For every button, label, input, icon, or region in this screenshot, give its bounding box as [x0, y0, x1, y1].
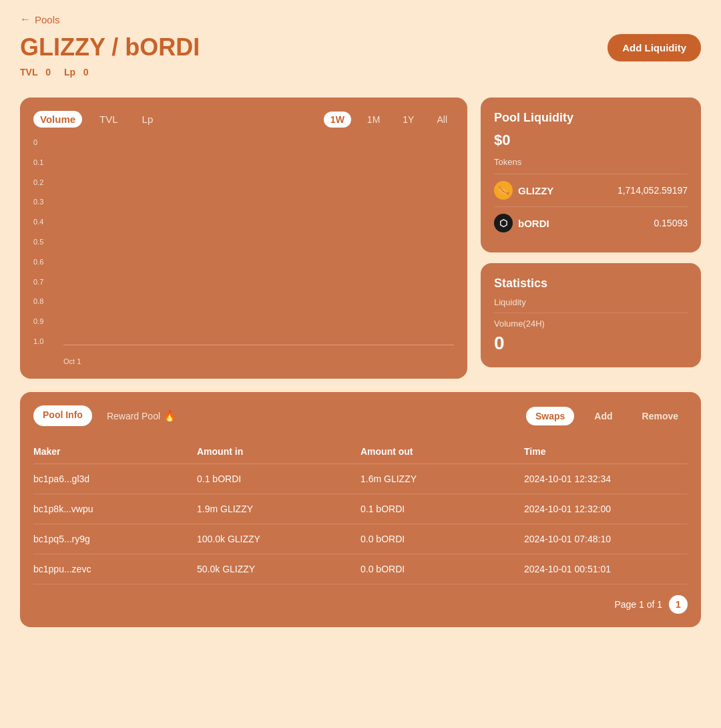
- row2-time: 2024-10-01 12:32:00: [524, 504, 688, 514]
- y-label-04: 0.4: [33, 218, 60, 226]
- bordi-name: bORDI: [518, 218, 549, 229]
- y-label-0: 0: [33, 138, 60, 146]
- back-nav[interactable]: ← Pools: [20, 13, 60, 25]
- token-row-bordi: ⬡ bORDI 0.15093: [494, 206, 688, 239]
- time-tab-1m[interactable]: 1M: [360, 112, 387, 128]
- table-row: bc1pq5...ry9g 100.0k GLIZZY 0.0 bORDI 20…: [33, 524, 688, 554]
- row1-time: 2024-10-01 12:32:34: [524, 474, 688, 484]
- tvl-label: TVL: [20, 67, 37, 77]
- pool-liquidity-title: Pool Liquidity: [494, 111, 688, 125]
- fire-icon: 🔥: [163, 409, 176, 422]
- row4-amount-in: 50.0k GLIZZY: [197, 564, 360, 574]
- pool-liquidity-card: Pool Liquidity $0 Tokens 🌭 GLIZZY 1,714,…: [481, 98, 701, 252]
- right-panel: Pool Liquidity $0 Tokens 🌭 GLIZZY 1,714,…: [481, 98, 701, 379]
- liquidity-label: Liquidity: [494, 297, 688, 307]
- time-tab-1y[interactable]: 1Y: [396, 112, 421, 128]
- swaps-tab[interactable]: Swaps: [526, 407, 574, 425]
- y-label-03: 0.3: [33, 198, 60, 206]
- chart-area: 1.0 0.9 0.8 0.7 0.6 0.5 0.4 0.3 0.2 0.1 …: [33, 138, 454, 365]
- page-info: Page 1 of 1: [614, 599, 662, 610]
- chart-tab-tvl[interactable]: TVL: [93, 111, 125, 128]
- glizzy-name: GLIZZY: [518, 185, 553, 196]
- y-label-02: 0.2: [33, 178, 60, 186]
- lp-value: 0: [83, 67, 89, 77]
- back-label: Pools: [35, 14, 60, 25]
- chart-card: Volume TVL Lp 1W 1M 1Y All 1.0 0.9 0.8 0…: [20, 98, 467, 379]
- back-arrow-icon: ←: [20, 13, 31, 25]
- bordi-icon: ⬡: [494, 214, 513, 232]
- row2-amount-in: 1.9m GLIZZY: [197, 504, 360, 514]
- chart-y-axis: 1.0 0.9 0.8 0.7 0.6 0.5 0.4 0.3 0.2 0.1 …: [33, 138, 60, 345]
- add-liquidity-button[interactable]: Add Liquidity: [608, 34, 701, 61]
- reward-pool-tab[interactable]: Reward Pool 🔥: [97, 405, 186, 426]
- chart-tabs: Volume TVL Lp 1W 1M 1Y All: [33, 111, 454, 128]
- tvl-row: TVL 0 Lp 0: [20, 67, 701, 77]
- y-label-09: 0.9: [33, 317, 60, 325]
- row4-maker: bc1ppu...zevc: [33, 564, 197, 574]
- row1-amount-out: 1.6m GLIZZY: [360, 474, 524, 484]
- bottom-tab-right: Swaps Add Remove: [526, 407, 688, 425]
- table-row: bc1pa6...gl3d 0.1 bORDI 1.6m GLIZZY 2024…: [33, 464, 688, 494]
- token-row-glizzy: 🌭 GLIZZY 1,714,052.59197: [494, 174, 688, 206]
- row3-maker: bc1pq5...ry9g: [33, 534, 197, 544]
- remove-tab[interactable]: Remove: [633, 407, 688, 425]
- tokens-label: Tokens: [494, 157, 688, 167]
- chart-x-label: Oct 1: [63, 357, 81, 365]
- header-row: GLIZZY / bORDI Add Liquidity: [20, 33, 701, 61]
- bottom-tabs: Pool Info Reward Pool 🔥 Swaps Add Remove: [33, 405, 688, 426]
- pagination-row: Page 1 of 1 1: [33, 595, 688, 614]
- row3-amount-out: 0.0 bORDI: [360, 534, 524, 544]
- row3-time: 2024-10-01 07:48:10: [524, 534, 688, 544]
- tvl-value: 0: [45, 67, 51, 77]
- col-amount-out: Amount out: [360, 446, 524, 457]
- volume-label: Volume(24H): [494, 319, 688, 329]
- row4-time: 2024-10-01 00:51:01: [524, 564, 688, 574]
- chart-tab-lp[interactable]: Lp: [136, 111, 160, 128]
- time-tab-1w[interactable]: 1W: [324, 112, 351, 128]
- table-row: bc1ppu...zevc 50.0k GLIZZY 0.0 bORDI 202…: [33, 554, 688, 584]
- tvl-item: TVL 0: [20, 67, 51, 77]
- row1-amount-in: 0.1 bORDI: [197, 474, 360, 484]
- row4-amount-out: 0.0 bORDI: [360, 564, 524, 574]
- y-label-07: 0.7: [33, 278, 60, 286]
- lp-item: Lp 0: [64, 67, 89, 77]
- bottom-tab-left: Pool Info Reward Pool 🔥: [33, 405, 526, 426]
- token-info-glizzy: 🌭 GLIZZY: [494, 181, 553, 200]
- reward-pool-label: Reward Pool: [107, 411, 160, 421]
- bottom-card: Pool Info Reward Pool 🔥 Swaps Add Remove…: [20, 392, 701, 627]
- col-time: Time: [524, 446, 688, 457]
- table-header: Maker Amount in Amount out Time: [33, 439, 688, 464]
- add-tab[interactable]: Add: [585, 407, 622, 425]
- time-tabs: 1W 1M 1Y All: [324, 112, 454, 128]
- chart-plot: [63, 138, 454, 345]
- chart-tab-volume[interactable]: Volume: [33, 111, 82, 128]
- time-tab-all[interactable]: All: [430, 112, 454, 128]
- y-label-10: 1.0: [33, 337, 60, 345]
- row2-amount-out: 0.1 bORDI: [360, 504, 524, 514]
- pool-liquidity-value: $0: [494, 132, 688, 149]
- statistics-card: Statistics Liquidity Volume(24H) 0: [481, 263, 701, 367]
- row3-amount-in: 100.0k GLIZZY: [197, 534, 360, 544]
- y-label-05: 0.5: [33, 238, 60, 246]
- row1-maker: bc1pa6...gl3d: [33, 474, 197, 484]
- pool-title: GLIZZY / bORDI: [20, 33, 200, 61]
- stat-divider: [494, 313, 688, 313]
- y-label-08: 0.8: [33, 297, 60, 305]
- pool-info-tab[interactable]: Pool Info: [33, 405, 92, 426]
- col-maker: Maker: [33, 446, 197, 457]
- volume-value: 0: [494, 333, 688, 354]
- col-amount-in: Amount in: [197, 446, 360, 457]
- y-label-01: 0.1: [33, 158, 60, 166]
- token-info-bordi: ⬡ bORDI: [494, 214, 549, 232]
- table-row: bc1p8k...vwpu 1.9m GLIZZY 0.1 bORDI 2024…: [33, 494, 688, 524]
- statistics-title: Statistics: [494, 277, 688, 291]
- glizzy-amount: 1,714,052.59197: [618, 185, 688, 196]
- y-label-06: 0.6: [33, 258, 60, 266]
- main-grid: Volume TVL Lp 1W 1M 1Y All 1.0 0.9 0.8 0…: [20, 98, 701, 379]
- row2-maker: bc1p8k...vwpu: [33, 504, 197, 514]
- lp-label: Lp: [64, 67, 75, 77]
- glizzy-icon: 🌭: [494, 181, 513, 200]
- page-number[interactable]: 1: [669, 595, 688, 614]
- bordi-amount: 0.15093: [654, 218, 688, 228]
